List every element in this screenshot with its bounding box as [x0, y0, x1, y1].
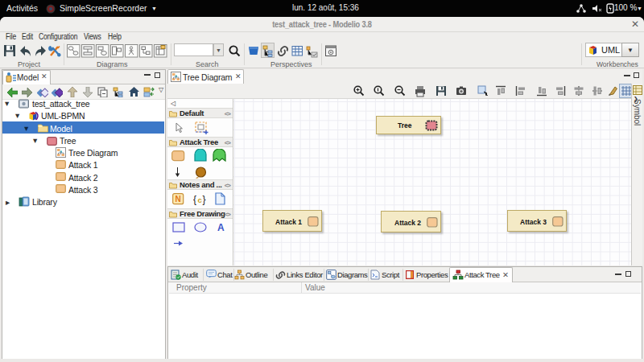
- svg-text:N: N: [175, 195, 181, 204]
- svg-text:{: {: [193, 194, 196, 205]
- svg-text:c: c: [198, 195, 202, 204]
- svg-text:}: }: [203, 194, 206, 205]
